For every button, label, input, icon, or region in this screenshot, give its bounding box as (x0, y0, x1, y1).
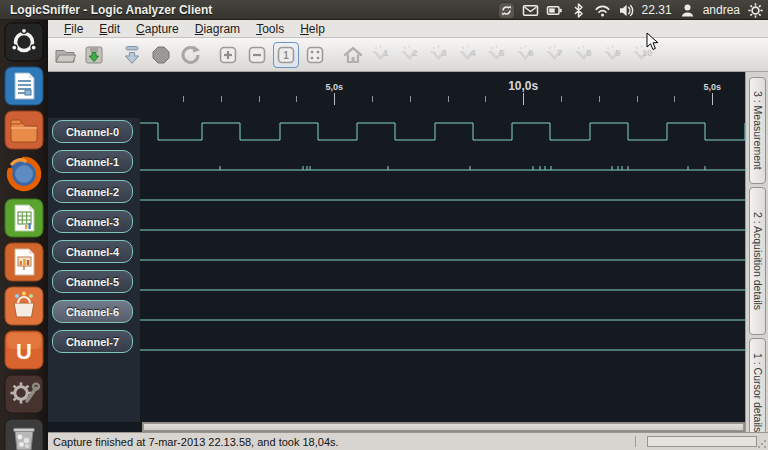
user-icon[interactable] (679, 2, 696, 19)
ruler-label: 5,0s (703, 82, 721, 92)
ruler-tick (221, 96, 222, 102)
ruler-tick (485, 96, 486, 102)
dock-icon-firefox[interactable] (4, 154, 44, 194)
top-panel: LogicSniffer - Logic Analyzer Client 22.… (0, 0, 768, 20)
go-to-cursor-7-button[interactable]: 7 (543, 42, 569, 68)
go-to-cursor-2-button[interactable]: 2 (398, 42, 424, 68)
menu-edit[interactable]: Edit (91, 21, 128, 37)
time-ruler[interactable]: 5,0s10,0s5,0s (140, 72, 745, 118)
ruler-tick (448, 96, 449, 102)
ruler-tick (410, 96, 411, 102)
svg-text:9: 9 (615, 46, 620, 57)
ruler-major-tick (523, 93, 524, 105)
volume-icon[interactable] (618, 2, 635, 19)
ruler-tick (372, 96, 373, 102)
side-tab-strip: 3 : Measurement2 : Acquisition details1 … (745, 72, 768, 432)
zoom-in-button[interactable] (215, 42, 241, 68)
dock-icon-settings[interactable] (4, 374, 44, 414)
ruler-major-tick (334, 93, 335, 105)
waveform-canvas[interactable] (140, 118, 745, 422)
begin-capture-button[interactable] (119, 42, 145, 68)
go-to-cursor-4-button[interactable]: 4 (456, 42, 482, 68)
app-window: FileEditCaptureDiagramToolsHelp 1 1 2 3 … (48, 20, 768, 450)
ruler-tick (561, 96, 562, 102)
go-to-begin-button[interactable] (340, 42, 366, 68)
svg-text:U: U (16, 339, 32, 364)
wifi-icon[interactable] (594, 2, 611, 19)
svg-text:5: 5 (499, 46, 505, 57)
save-file-button[interactable] (81, 42, 107, 68)
channel-label-column: Channel-0Channel-1Channel-2Channel-3Chan… (48, 118, 140, 422)
ruler-tick (637, 96, 638, 102)
scrollbar-thumb[interactable] (143, 423, 744, 431)
open-file-button[interactable] (52, 42, 78, 68)
channel-button-3[interactable]: Channel-3 (52, 210, 133, 233)
channel-button-4[interactable]: Channel-4 (52, 240, 133, 263)
menu-diagram[interactable]: Diagram (187, 21, 248, 37)
status-bar: Capture finished at 7-mar-2013 22.13.58,… (48, 432, 768, 450)
menu-bar: FileEditCaptureDiagramToolsHelp (48, 20, 768, 38)
launcher-dock: U (0, 20, 48, 450)
svg-text:2: 2 (412, 46, 417, 57)
clock[interactable]: 22.31 (642, 3, 672, 17)
dock-icon-impress[interactable] (4, 242, 44, 282)
channel-button-6[interactable]: Channel-6 (52, 300, 133, 323)
sync-icon[interactable] (498, 2, 515, 19)
svg-text:4: 4 (470, 46, 476, 57)
main-content: 5,0s10,0s5,0s Channel-0Channel-1Channel-… (48, 72, 768, 432)
wave-clock-0 (140, 123, 745, 140)
mail-icon[interactable] (522, 2, 539, 19)
ruler-tick (183, 96, 184, 102)
go-to-cursor-1-button[interactable]: 1 (369, 42, 395, 68)
battery-icon[interactable] (546, 2, 563, 19)
menu-help[interactable]: Help (292, 21, 333, 37)
menu-file[interactable]: File (56, 21, 91, 37)
dock-icon-trash[interactable] (4, 418, 44, 450)
zoom-out-button[interactable] (244, 42, 270, 68)
channel-button-0[interactable]: Channel-0 (52, 120, 133, 143)
resize-grip-icon[interactable] (756, 438, 767, 449)
side-tab-2[interactable]: 2 : Acquisition details (749, 187, 766, 335)
go-to-cursor-9-button[interactable]: 9 (601, 42, 627, 68)
progress-bar (647, 436, 757, 447)
go-to-cursor-8-button[interactable]: 8 (572, 42, 598, 68)
ruler-label: 10,0s (508, 79, 538, 93)
zoom-original-button[interactable]: 1 (273, 42, 299, 68)
ruler-tick (599, 96, 600, 102)
menu-capture[interactable]: Capture (128, 21, 187, 37)
session-gear-icon[interactable] (747, 2, 764, 19)
menu-tools[interactable]: Tools (248, 21, 292, 37)
channel-button-7[interactable]: Channel-7 (52, 330, 133, 353)
ruler-tick (674, 96, 675, 102)
channel-button-1[interactable]: Channel-1 (52, 150, 133, 173)
dock-icon-writer[interactable] (4, 66, 44, 106)
dock-icon-ubuntu[interactable] (4, 22, 44, 62)
svg-text:1: 1 (383, 46, 389, 57)
status-message: Capture finished at 7-mar-2013 22.13.58,… (53, 436, 339, 448)
go-to-cursor-5-button[interactable]: 5 (485, 42, 511, 68)
user-name[interactable]: andrea (703, 3, 740, 17)
channel-button-2[interactable]: Channel-2 (52, 180, 133, 203)
bluetooth-icon[interactable] (570, 2, 587, 19)
dock-icon-ubuntu-one[interactable]: U (4, 330, 44, 370)
ruler-tick (259, 96, 260, 102)
status-separator (635, 436, 636, 447)
go-to-cursor-6-button[interactable]: 6 (514, 42, 540, 68)
dock-icon-software-center[interactable] (4, 286, 44, 326)
svg-text:6: 6 (528, 46, 533, 57)
stop-capture-button[interactable] (148, 42, 174, 68)
ruler-tick (296, 96, 297, 102)
toolbar: 1 1 2 3 4 5 6 7 8 9 10 (48, 38, 768, 72)
repeat-capture-button[interactable] (177, 42, 203, 68)
zoom-all-button[interactable] (302, 42, 328, 68)
horizontal-scrollbar[interactable] (142, 422, 745, 432)
mouse-cursor (646, 32, 660, 52)
go-to-cursor-3-button[interactable]: 3 (427, 42, 453, 68)
side-tab-3[interactable]: 3 : Measurement (749, 77, 766, 184)
svg-text:7: 7 (557, 46, 562, 57)
channel-button-5[interactable]: Channel-5 (52, 270, 133, 293)
system-tray: 22.31 andrea (498, 0, 764, 20)
dock-icon-calc[interactable] (4, 198, 44, 238)
dock-icon-files[interactable] (4, 110, 44, 150)
ruler-label: 5,0s (325, 82, 343, 92)
